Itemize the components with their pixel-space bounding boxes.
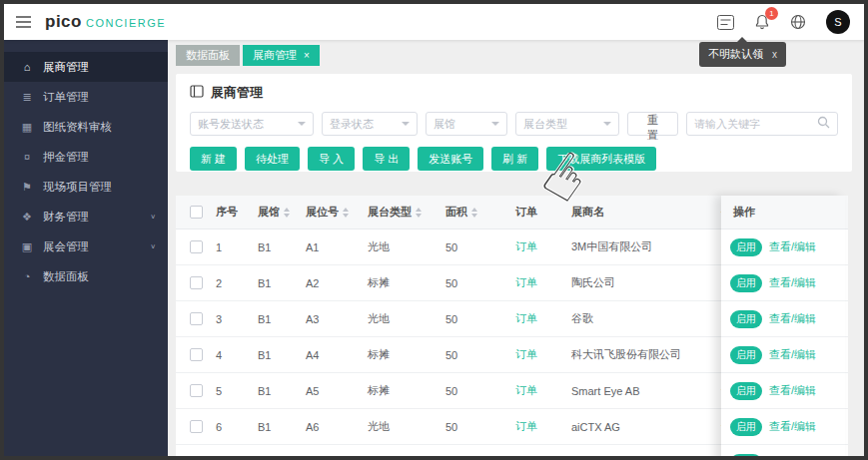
sort-carets-icon[interactable]	[284, 208, 290, 218]
sidebar-item-order-management[interactable]: ≣订单管理	[4, 82, 168, 112]
cell-company: aiCTX AG	[565, 421, 715, 433]
action-button-3[interactable]: 导 出	[363, 147, 410, 171]
cell-booth: A3	[300, 313, 362, 325]
sidebar-item-label: 现场项目管理	[43, 180, 156, 195]
enable-toggle-button[interactable]: 启用	[730, 238, 762, 256]
filter-select-2[interactable]: 展馆	[426, 112, 507, 136]
sidebar-item-data-dashboard[interactable]: ◔数据面板	[4, 261, 168, 291]
filter-select-0[interactable]: 账号发送状态	[190, 112, 314, 136]
keyword-search	[686, 112, 838, 136]
select-all-checkbox[interactable]	[190, 206, 203, 219]
workspace-card-icon[interactable]	[717, 15, 734, 30]
cell-hall: B1	[252, 349, 300, 361]
filter-select-1[interactable]: 登录状态	[322, 112, 418, 136]
operation-row: 启用查看/编辑	[721, 301, 845, 337]
avatar[interactable]: S	[826, 10, 850, 34]
sort-carets-icon[interactable]	[471, 208, 477, 218]
column-header[interactable]: 展馆	[252, 205, 300, 220]
row-checkbox[interactable]	[190, 420, 203, 433]
operation-row: 启用查看/编辑	[721, 373, 845, 409]
cell-hall: B1	[252, 385, 300, 397]
sidebar-item-deposit-management[interactable]: ¤押金管理	[4, 142, 168, 172]
view-edit-link[interactable]: 查看/编辑	[769, 275, 816, 290]
enable-toggle-button[interactable]: 启用	[730, 382, 762, 400]
column-header[interactable]: 面积	[439, 205, 509, 220]
operation-header: 操作	[721, 196, 845, 230]
main-content: 数据面板 展商管理 × 展商管理 账号发送状态登录状态展馆展台类型重 置	[168, 40, 864, 456]
order-link[interactable]: 订单	[515, 239, 537, 254]
filter-placeholder: 展台类型	[523, 117, 567, 132]
view-edit-link[interactable]: 查看/编辑	[769, 239, 816, 254]
close-icon[interactable]: ×	[304, 50, 310, 61]
action-button-row: 新 建待处理导 入导 出发送账号刷 新下载展商列表模版	[190, 147, 838, 171]
language-globe-icon[interactable]	[790, 14, 806, 30]
action-button-1[interactable]: 待处理	[245, 147, 300, 171]
action-button-2[interactable]: 导 入	[308, 147, 355, 171]
operation-column: 操作 启用查看/编辑启用查看/编辑启用查看/编辑启用查看/编辑启用查看/编辑启用…	[721, 196, 845, 456]
app-window: pico CONCIERGE 1 S 不明款认领 x	[4, 4, 864, 456]
chevron-down-icon	[298, 122, 306, 126]
order-link[interactable]: 订单	[515, 383, 537, 398]
header-left: pico CONCIERGE	[16, 12, 166, 32]
enable-toggle-button[interactable]: 启用	[730, 346, 762, 364]
action-button-4[interactable]: 发送账号	[418, 147, 483, 171]
row-checkbox[interactable]	[190, 348, 203, 361]
reset-button[interactable]: 重 置	[627, 112, 678, 136]
logo: pico CONCIERGE	[45, 12, 166, 32]
search-icon[interactable]	[817, 115, 830, 133]
row-checkbox[interactable]	[190, 384, 203, 397]
enable-toggle-button[interactable]: 启用	[730, 274, 762, 292]
column-header[interactable]: 展台类型	[362, 205, 439, 220]
order-link[interactable]: 订单	[515, 419, 537, 434]
cell-area: 50	[439, 385, 509, 397]
enable-toggle-button[interactable]: 启用	[730, 418, 762, 436]
notifications-bell-icon[interactable]: 1	[754, 14, 770, 30]
notification-tooltip: 不明款认领 x	[699, 42, 786, 67]
cell-order: 订单	[509, 275, 565, 290]
view-edit-link[interactable]: 查看/编辑	[769, 347, 816, 362]
enable-toggle-button[interactable]: 启用	[730, 454, 762, 457]
search-input[interactable]	[694, 118, 817, 130]
sidebar-item-exhibitor-management[interactable]: ⌂展商管理	[4, 52, 168, 82]
enable-toggle-button[interactable]: 启用	[730, 310, 762, 328]
deposit-icon: ¤	[20, 151, 34, 163]
operation-row: 启用查看/编辑	[721, 337, 845, 373]
drawings-icon: ▦	[20, 121, 34, 134]
menu-toggle-icon[interactable]	[16, 16, 31, 28]
row-checkbox[interactable]	[190, 276, 203, 289]
filter-select-3[interactable]: 展台类型	[515, 112, 619, 136]
storefront-icon: ⌂	[20, 61, 34, 73]
chevron-down-icon: ∨	[150, 213, 156, 220]
cell-company: 谷歌	[565, 311, 715, 326]
sidebar-item-drawing-review[interactable]: ▦图纸资料审核	[4, 112, 168, 142]
cell-type: 标摊	[362, 347, 439, 362]
sidebar-item-finance-management[interactable]: ❖财务管理∨	[4, 202, 168, 231]
order-link[interactable]: 订单	[515, 311, 537, 326]
cell-booth: A6	[300, 421, 362, 433]
order-link[interactable]: 订单	[515, 347, 537, 362]
sort-carets-icon[interactable]	[343, 208, 349, 218]
sort-carets-icon[interactable]	[416, 208, 422, 218]
action-button-0[interactable]: 新 建	[190, 147, 237, 171]
tab-exhibitor-management[interactable]: 展商管理 ×	[243, 45, 320, 66]
row-checkbox[interactable]	[190, 240, 203, 253]
tooltip-close-button[interactable]: x	[772, 49, 777, 60]
tab-bar: 数据面板 展商管理 ×	[176, 45, 320, 66]
filter-placeholder: 登录状态	[330, 117, 374, 132]
page-title: 展商管理	[211, 84, 263, 102]
view-edit-link[interactable]: 查看/编辑	[769, 383, 816, 398]
row-checkbox[interactable]	[190, 312, 203, 325]
order-link[interactable]: 订单	[515, 275, 537, 290]
view-edit-link[interactable]: 查看/编辑	[769, 455, 816, 456]
filter-placeholder: 展馆	[434, 117, 455, 132]
column-header[interactable]: 展位号	[300, 205, 362, 220]
cell-company: Smart Eye AB	[565, 385, 715, 397]
sidebar-item-exhibition-management[interactable]: ▣展会管理∨	[4, 231, 168, 261]
view-edit-link[interactable]: 查看/编辑	[769, 311, 816, 326]
sidebar-item-onsite-project-management[interactable]: ⚑现场项目管理	[4, 172, 168, 202]
cell-index: 5	[210, 385, 252, 397]
cell-hall: B1	[252, 241, 300, 253]
tab-data-dashboard[interactable]: 数据面板	[176, 45, 240, 66]
view-edit-link[interactable]: 查看/编辑	[769, 419, 816, 434]
operation-row: 启用查看/编辑	[721, 265, 845, 301]
